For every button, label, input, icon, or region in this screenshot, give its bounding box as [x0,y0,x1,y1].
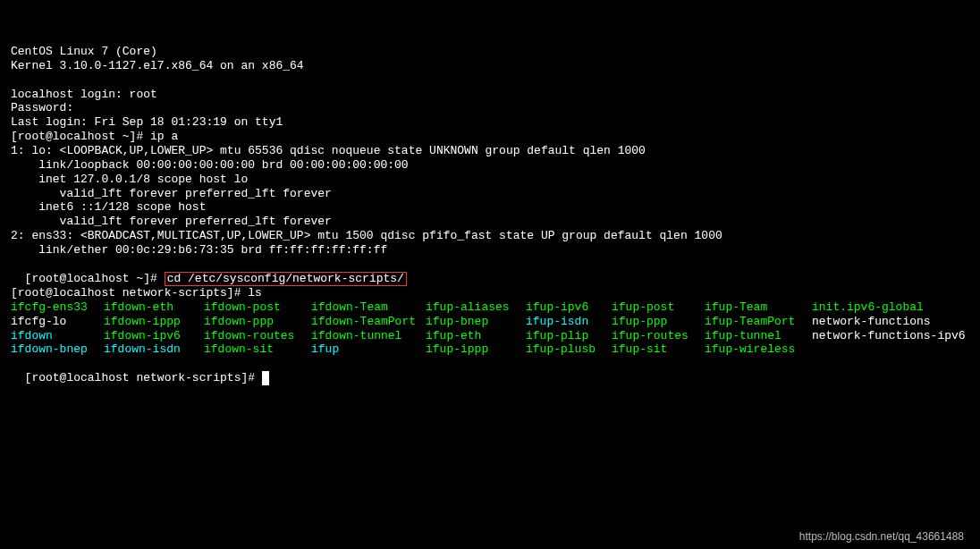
file-entry: ifup-ipv6 [526,300,612,315]
file-entry: ifup-bnep [426,315,526,329]
file-entry: ifup-post [612,300,705,315]
cursor-icon: _ [262,371,269,385]
file-entry: ifcfg-lo [11,315,104,329]
ipa-output: valid_lft forever preferred_lft forever [11,187,969,201]
prompt-text: [root@localhost ~]# [25,272,165,285]
file-entry: ifdown-eth [104,300,204,315]
prompt-text: [root@localhost network-scripts]# [25,371,262,384]
file-entry [812,342,973,357]
file-entry: ifdown-ppp [204,315,311,329]
file-entry: ifup-wireless [705,342,812,357]
watermark-text: https://blog.csdn.net/qq_43661488 [799,530,964,544]
file-entry: ifdown-bnep [11,342,104,357]
ls-output: ifcfg-ens33 ifdown-eth ifdown-post ifdow… [11,300,969,357]
file-entry: ifdown-Team [311,300,426,315]
file-entry: ifdown-routes [204,329,311,343]
ipa-output: link/loopback 00:00:00:00:00:00 brd 00:0… [11,158,969,173]
ipa-output: inet6 ::1/128 scope host [11,200,969,215]
file-entry: ifup-isdn [526,315,612,329]
command-ip-a: [root@localhost ~]# ip a [11,130,969,144]
file-entry: ifup-sit [612,342,705,357]
file-entry: ifup-ippp [426,342,526,357]
file-entry: ifup [311,342,426,357]
file-entry: ifup-Team [705,300,812,315]
file-entry: ifup-eth [426,329,526,343]
password-prompt: Password: [11,101,969,115]
file-entry: ifup-TeamPort [705,315,812,329]
file-entry: ifdown-post [204,300,311,315]
file-entry: ifdown [11,329,104,343]
file-entry: ifdown-ippp [104,315,204,329]
ipa-output: valid_lft forever preferred_lft forever [11,215,969,229]
active-prompt[interactable]: [root@localhost network-scripts]# _ [11,357,969,385]
kernel-banner: Kernel 3.10.0-1127.el7.x86_64 on an x86_… [11,59,969,73]
file-entry: ifdown-sit [204,342,311,357]
command-ls: [root@localhost network-scripts]# ls [11,286,969,300]
login-prompt: localhost login: root [11,88,969,102]
file-entry: ifup-aliases [426,300,526,315]
file-entry: ifdown-tunnel [311,329,426,343]
blank-line [11,73,969,88]
file-entry: ifdown-TeamPort [311,315,426,329]
file-entry: ifup-plusb [526,342,612,357]
file-entry: ifcfg-ens33 [11,300,104,315]
ipa-output: inet 127.0.0.1/8 scope host lo [11,173,969,187]
ipa-output: 2: ens33: <BROADCAST,MULTICAST,UP,LOWER_… [11,229,969,243]
file-entry: network-functions-ipv6 [812,329,973,343]
file-entry: ifup-tunnel [705,329,812,343]
command-cd: [root@localhost ~]# cd /etc/sysconfig/ne… [11,258,969,286]
file-entry: ifup-ppp [612,315,705,329]
file-entry: ifdown-isdn [104,342,204,357]
highlighted-command: cd /etc/sysconfig/network-scripts/ [165,272,407,286]
last-login: Last login: Fri Sep 18 01:23:19 on tty1 [11,115,969,130]
os-banner: CentOS Linux 7 (Core) [11,45,969,59]
file-entry: ifdown-ipv6 [104,329,204,343]
file-entry: init.ipv6-global [812,300,973,315]
file-entry: network-functions [812,315,973,329]
file-entry: ifup-routes [612,329,705,343]
file-entry: ifup-plip [526,329,612,343]
ipa-output: link/ether 00:0c:29:b6:73:35 brd ff:ff:f… [11,243,969,258]
ipa-output: 1: lo: <LOOPBACK,UP,LOWER_UP> mtu 65536 … [11,144,969,158]
